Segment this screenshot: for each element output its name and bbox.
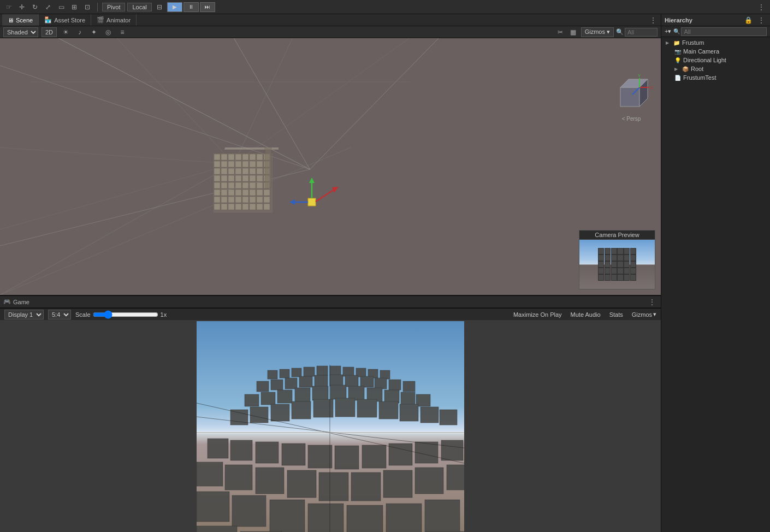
svg-rect-55 <box>214 190 220 196</box>
tree-item-frustumtest[interactable]: 📄 FrustumTest <box>661 73 770 82</box>
root-arrow-icon: ▶ <box>674 67 680 72</box>
local-button[interactable]: Local <box>127 3 151 11</box>
svg-rect-129 <box>250 407 268 423</box>
hierarchy-lock-icon[interactable]: 🔒 <box>743 15 754 26</box>
svg-rect-16 <box>221 154 227 160</box>
nav-cube[interactable]: X Y < Persp <box>609 74 653 128</box>
stats-icon[interactable]: ≡ <box>117 27 128 38</box>
scale-value: 1x <box>161 311 167 318</box>
svg-rect-39 <box>214 175 220 181</box>
svg-rect-73 <box>228 204 234 210</box>
tree-item-root[interactable]: ▶ 📦 Root <box>661 64 770 73</box>
scene-layers-icon[interactable]: ▦ <box>568 27 579 38</box>
audio-icon[interactable]: ♪ <box>74 27 85 38</box>
svg-rect-25 <box>228 161 234 167</box>
hand-tool-icon[interactable]: ☞ <box>3 2 14 13</box>
game-tab-icon: 🎮 <box>3 298 11 305</box>
svg-rect-34 <box>235 168 241 174</box>
game-gizmos-btn[interactable]: Gizmos ▾ <box>632 311 656 318</box>
search-icon: 🔍 <box>616 28 624 36</box>
grid-toggle-icon[interactable]: ⊟ <box>154 2 165 13</box>
svg-line-9 <box>310 38 439 169</box>
maximize-on-play-btn[interactable]: Maximize On Play <box>513 311 562 318</box>
camera-preview-render <box>579 240 655 289</box>
svg-rect-97 <box>280 369 289 378</box>
gizmos-dropdown-icon: ▾ <box>607 28 610 35</box>
scene-tools-icon[interactable]: ✂ <box>555 27 566 38</box>
asset-store-tab[interactable]: 🏪 Asset Store <box>39 14 91 26</box>
hierarchy-add-icon[interactable]: +▾ <box>665 28 671 35</box>
tree-item-frustum[interactable]: ▶ 📁 Frustum <box>661 38 770 47</box>
play-button[interactable]: ▶ <box>167 2 182 12</box>
game-viewport <box>0 320 661 532</box>
shading-mode-select[interactable]: Shaded <box>3 27 38 37</box>
extra-tool-icon[interactable]: ⊡ <box>82 2 93 13</box>
scene-tab[interactable]: 🖥 Scene <box>2 14 39 26</box>
svg-rect-155 <box>351 472 381 501</box>
svg-rect-71 <box>214 204 220 210</box>
rect-tool-icon[interactable]: ▭ <box>56 2 67 13</box>
svg-rect-157 <box>415 468 443 494</box>
svg-rect-37 <box>257 168 263 174</box>
local-label: Local <box>132 4 146 10</box>
svg-rect-152 <box>256 468 284 494</box>
scene-cube-object <box>208 147 279 218</box>
ratio-select[interactable]: 5:4 <box>48 310 71 320</box>
svg-rect-108 <box>285 378 297 389</box>
scene-tab-more-icon[interactable]: ⋮ <box>648 15 659 26</box>
svg-rect-80 <box>265 147 271 190</box>
step-button[interactable]: ⏭ <box>200 2 215 12</box>
root-icon: 📦 <box>682 66 689 72</box>
fx-icon[interactable]: ✦ <box>88 27 99 38</box>
cam-preview-cubes <box>598 248 636 281</box>
svg-rect-150 <box>197 462 223 486</box>
svg-text:X: X <box>650 85 653 90</box>
lighting-icon[interactable]: ☀ <box>60 27 71 38</box>
svg-rect-65 <box>228 197 234 203</box>
svg-rect-117 <box>245 394 259 406</box>
hierarchy-search-input[interactable] <box>681 27 767 36</box>
frustum-arrow-icon: ▶ <box>666 40 671 45</box>
move-tool-icon[interactable]: ✛ <box>16 2 27 13</box>
svg-rect-62 <box>264 190 270 196</box>
hierarchy-more-icon[interactable]: ⋮ <box>756 15 767 26</box>
game-more-icon[interactable]: ⋮ <box>647 297 658 308</box>
svg-rect-26 <box>235 161 241 167</box>
transform-tool-icon[interactable]: ⊞ <box>69 2 80 13</box>
svg-rect-57 <box>228 190 234 196</box>
svg-line-4 <box>234 38 409 164</box>
svg-rect-81 <box>308 198 316 206</box>
animator-tab[interactable]: 🎬 Animator <box>91 14 137 26</box>
svg-rect-66 <box>235 197 241 203</box>
svg-rect-42 <box>235 175 241 181</box>
hierarchy-search-bar: +▾ 🔍 <box>661 26 770 37</box>
pivot-button[interactable]: Pivot <box>102 3 125 11</box>
2d-button[interactable]: 2D <box>42 27 57 37</box>
svg-rect-163 <box>347 505 383 532</box>
svg-rect-112 <box>345 375 358 387</box>
tree-item-main-camera[interactable]: 📷 Main Camera <box>661 47 770 56</box>
gizmos-button[interactable]: Gizmos ▾ <box>581 27 614 37</box>
scale-tool-icon[interactable]: ⤢ <box>43 2 54 13</box>
frustumtest-label: FrustumTest <box>683 74 716 81</box>
stats-btn[interactable]: Stats <box>609 311 623 318</box>
scene-viewport[interactable]: X Y < Persp Camera Preview <box>0 38 661 295</box>
tree-item-directional-light[interactable]: 💡 Directional Light <box>661 56 770 64</box>
display-select[interactable]: Display 1 <box>4 310 44 320</box>
game-tab[interactable]: 🎮 Game <box>3 298 29 305</box>
mute-audio-btn[interactable]: Mute Audio <box>571 311 601 318</box>
svg-rect-161 <box>270 500 305 532</box>
svg-rect-158 <box>447 465 464 490</box>
svg-rect-40 <box>221 175 227 181</box>
hidden-icon[interactable]: ◎ <box>103 27 114 38</box>
svg-rect-29 <box>257 161 263 167</box>
svg-rect-137 <box>420 407 439 423</box>
rotate-tool-icon[interactable]: ↻ <box>29 2 40 13</box>
scale-slider-input[interactable] <box>93 311 158 318</box>
pause-button[interactable]: ⏸ <box>183 2 199 12</box>
svg-rect-17 <box>228 154 234 160</box>
scene-search-input[interactable] <box>625 28 658 37</box>
svg-marker-87 <box>289 199 295 205</box>
svg-rect-64 <box>221 197 227 203</box>
settings-icon[interactable]: ⋮ <box>756 2 767 13</box>
